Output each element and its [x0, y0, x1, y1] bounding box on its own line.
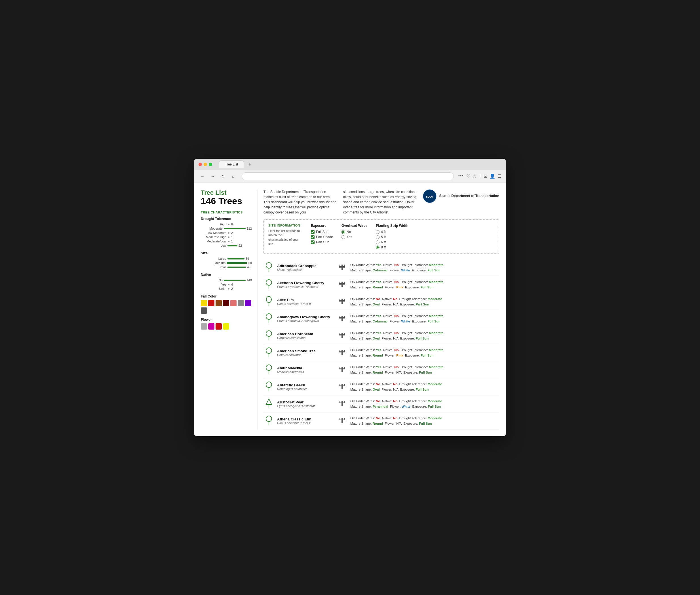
wires-yes-radio[interactable]: Yes: [341, 235, 367, 239]
svg-rect-70: [339, 418, 340, 420]
svg-rect-22: [344, 299, 345, 300]
flower-color-red[interactable]: [216, 323, 222, 330]
tree-row[interactable]: American Smoke Tree Cotinus obovatus: [264, 344, 499, 361]
bookmark-icon[interactable]: ☆: [473, 173, 477, 179]
wire-icon: [338, 382, 346, 391]
tree-scientific-name: Prunus serrulata 'Amanogawa': [277, 319, 334, 322]
tree-row[interactable]: Amur Maackia Maackia amurensis: [264, 361, 499, 378]
planting-strip-filter: Planting Strip Width 4 ft 5 ft 6 ft 8 ft: [376, 224, 408, 249]
tree-scientific-name: Ulmus parvifolia 'Emer I': [277, 421, 334, 425]
bar-row: Moderate/Low 1: [201, 239, 252, 243]
active-tab[interactable]: Tree List: [219, 161, 244, 168]
tree-icon: [265, 415, 273, 426]
traffic-lights: [199, 163, 212, 166]
tree-common-name: American Smoke Tree: [277, 349, 334, 353]
sidebar-icon[interactable]: ⊡: [484, 173, 487, 179]
fall-color-gray[interactable]: [238, 300, 244, 306]
svg-rect-14: [339, 282, 340, 283]
fall-color-brown[interactable]: [216, 300, 222, 306]
back-button[interactable]: ←: [199, 172, 207, 180]
wire-icon: [338, 314, 346, 323]
tree-details: OK Under Wires: No Native: No Drought To…: [350, 399, 498, 409]
address-bar[interactable]: [242, 172, 454, 180]
tree-scientific-name: Pyrus calleryana 'Aristocrat': [277, 404, 334, 408]
fall-color-darkred[interactable]: [223, 300, 229, 306]
svg-rect-55: [341, 384, 343, 389]
fall-color-yellow[interactable]: [201, 300, 207, 306]
wire-icon: [338, 263, 346, 272]
tree-scientific-name: Carpinus caroliniana: [277, 336, 334, 340]
tree-icon: [265, 313, 273, 324]
part-shade-checkbox[interactable]: Part Shade: [311, 235, 333, 239]
fall-color-pink[interactable]: [230, 300, 237, 306]
wire-icon: [338, 417, 346, 425]
strip-5ft-radio[interactable]: 5 ft: [376, 235, 408, 239]
tree-name-col: Akebono Flowering Cherry Prunus x yedoen…: [277, 281, 334, 288]
tab-bar: Tree List +: [219, 161, 501, 168]
svg-point-16: [266, 296, 271, 303]
tree-common-name: Athena Classic Elm: [277, 417, 334, 421]
svg-point-30: [266, 331, 272, 336]
bar-row: Low 22: [201, 244, 252, 247]
tree-icon: [265, 330, 273, 341]
browser-titlebar: Tree List +: [194, 159, 506, 170]
tree-row[interactable]: Adirondack Crabapple Malus 'Adirondack': [264, 259, 499, 276]
menu-icon[interactable]: ☰: [497, 173, 501, 179]
tree-scientific-name: Maackia amurensis: [277, 370, 334, 374]
minimize-button[interactable]: [204, 163, 207, 166]
dot-icon: [228, 241, 230, 242]
page-title: Tree List: [201, 189, 252, 196]
profile-icon[interactable]: 👤: [490, 173, 495, 179]
forward-button[interactable]: →: [209, 172, 217, 180]
tree-scientific-name: Cotinus obovatus: [277, 353, 334, 357]
sidebar: Tree List 146 Trees TREE CHARACTERISTICS…: [201, 189, 257, 429]
new-tab-button[interactable]: +: [246, 161, 253, 168]
wires-no-radio[interactable]: No: [341, 230, 367, 234]
tree-common-name: Aristocrat Pear: [277, 400, 334, 404]
fall-color-purple[interactable]: [245, 300, 251, 306]
more-options-icon[interactable]: •••: [458, 173, 464, 179]
tree-row[interactable]: Amanogawa Flowering Cherry Prunus serrul…: [264, 310, 499, 327]
tree-row[interactable]: Akebono Flowering Cherry Prunus x yedoen…: [264, 276, 499, 293]
sdot-icon: SDOT: [423, 189, 436, 203]
flower-color-magenta[interactable]: [208, 323, 214, 330]
tree-icon: [265, 262, 273, 273]
tree-row[interactable]: Athena Classic Elm Ulmus parvifolia 'Eme…: [264, 413, 499, 429]
tree-row[interactable]: American Hornbeam Carpinus caroliniana: [264, 327, 499, 344]
tree-details: OK Under Wires: No Native: No Drought To…: [350, 381, 498, 392]
close-button[interactable]: [199, 163, 202, 166]
tab-label: Tree List: [225, 162, 238, 166]
full-sun-checkbox[interactable]: Full Sun: [311, 230, 333, 234]
maximize-button[interactable]: [209, 163, 212, 166]
refresh-button[interactable]: ↻: [219, 172, 227, 180]
strip-6ft-radio[interactable]: 6 ft: [376, 240, 408, 244]
wire-icon: [338, 366, 346, 374]
fall-color-darkgray[interactable]: [201, 307, 207, 314]
tree-row[interactable]: Aristocrat Pear Pyrus calleryana 'Aristo…: [264, 395, 499, 413]
tree-details: OK Under Wires: Yes Native: No Drought T…: [350, 313, 498, 324]
strip-4ft-radio[interactable]: 4 ft: [376, 230, 408, 234]
svg-rect-64: [344, 401, 345, 402]
tree-name-col: Adirondack Crabapple Malus 'Adirondack': [277, 264, 334, 272]
tree-svg: [266, 262, 272, 272]
intro-text-left: The Seattle Department of Transportation…: [264, 189, 337, 215]
bar-large: [227, 258, 244, 259]
intro-section: The Seattle Department of Transportation…: [264, 189, 499, 215]
size-label: Size: [201, 251, 252, 255]
home-button[interactable]: ⌂: [229, 172, 237, 180]
fall-color-red[interactable]: [208, 300, 214, 306]
wire-icon: [338, 332, 346, 340]
tree-row[interactable]: Antarctic Beech Nothofagus antarctica: [264, 378, 499, 395]
pocket-icon[interactable]: ♡: [466, 173, 470, 179]
strip-8ft-radio[interactable]: 8 ft: [376, 245, 408, 249]
tree-details: OK Under Wires: No Native: No Drought To…: [350, 416, 498, 426]
reader-view-icon[interactable]: |||: [479, 173, 481, 179]
tree-row[interactable]: Allee Elm Ulmus parvifolia 'Emer II': [264, 293, 499, 310]
dot-icon: [228, 288, 230, 289]
svg-point-9: [266, 280, 272, 285]
flower-color-gray[interactable]: [201, 323, 207, 330]
dot-icon: [228, 232, 230, 234]
bar-row: Unkn 2: [201, 287, 252, 290]
part-sun-checkbox[interactable]: Part Sun: [311, 240, 333, 244]
flower-color-yellow[interactable]: [223, 323, 229, 330]
